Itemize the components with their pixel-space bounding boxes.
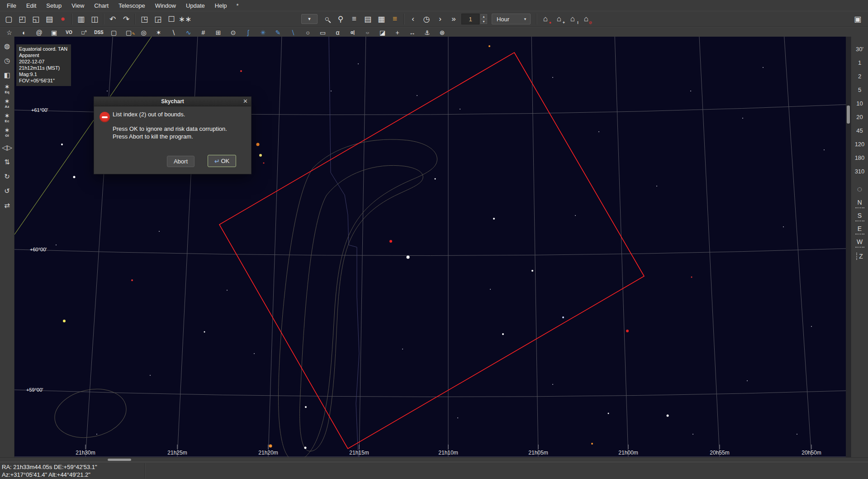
coord-ec-icon[interactable]: ✶Ec xyxy=(1,113,14,124)
position-pin-icon[interactable]: ⚲ xyxy=(334,13,347,25)
time-step-value-input[interactable]: 1 xyxy=(461,14,479,24)
show-planets-icon[interactable]: ⊙ xyxy=(226,28,241,37)
draw-line-icon[interactable]: ∖ xyxy=(285,28,300,37)
spin-down-icon[interactable]: ▼ xyxy=(480,19,487,24)
close-icon[interactable]: ✕ xyxy=(243,98,248,105)
star-brightness-icon[interactable]: ∗∗ xyxy=(178,13,192,25)
menu-chart[interactable]: Chart xyxy=(89,1,114,10)
menu-view[interactable]: View xyxy=(66,1,89,10)
ok-button[interactable]: ↵ OK xyxy=(208,155,236,167)
image-frame-icon[interactable]: ▢ xyxy=(106,28,121,37)
fov-310[interactable]: 310 xyxy=(851,164,868,178)
time-now-icon[interactable]: ◷ xyxy=(420,13,433,25)
time-back-icon[interactable]: ‹ xyxy=(406,13,420,25)
menu-window[interactable]: Window xyxy=(150,1,181,10)
alpha-label-icon[interactable]: α| xyxy=(345,28,360,37)
catalog-icon[interactable]: ▤ xyxy=(361,13,375,25)
eq-grid-icon[interactable]: # xyxy=(196,28,211,37)
fov-ruler-icon[interactable]: ▭ xyxy=(315,28,330,37)
extra-stars-icon[interactable]: ✶ xyxy=(151,28,166,37)
zoom-out-rect-icon[interactable]: ◲ xyxy=(151,13,165,25)
compass-icon[interactable]: ⊛ xyxy=(435,28,450,37)
fov-1[interactable]: 1 xyxy=(851,56,868,69)
spin-up-icon[interactable]: ▲ xyxy=(480,14,487,19)
rotate-right-icon[interactable]: ↻ xyxy=(1,171,14,182)
dss-image-icon[interactable]: DSS xyxy=(91,28,106,37)
cascade-windows-icon[interactable]: ▣ xyxy=(851,13,864,25)
menu-update[interactable]: Update xyxy=(181,1,210,10)
fov-180[interactable]: 180 xyxy=(851,151,868,164)
coord-gl-icon[interactable]: ✶Gl xyxy=(1,127,14,139)
center-mark-icon[interactable]: + xyxy=(390,28,405,37)
const-lines-icon[interactable]: ʃ xyxy=(241,28,256,37)
direction-w[interactable]: W xyxy=(855,236,864,249)
show-nebulae-icon[interactable]: ◐ xyxy=(17,28,32,37)
show-stars-icon[interactable]: ☆ xyxy=(2,28,17,37)
measure-icon[interactable]: ↔ xyxy=(405,28,420,37)
save-chart-icon[interactable]: ◱ xyxy=(29,13,43,25)
show-pictures-icon[interactable]: ▣ xyxy=(47,28,62,37)
search-history-dropdown[interactable]: ▼ xyxy=(301,14,318,24)
coord-eq-icon[interactable]: ✶Eq xyxy=(1,84,14,95)
undo-icon[interactable]: ↶ xyxy=(106,13,119,25)
direction-e[interactable]: E xyxy=(855,223,864,236)
window-list-icon[interactable]: ▥ xyxy=(74,13,88,25)
horizontal-scrollbar-thumb[interactable] xyxy=(108,459,131,461)
labels-icon[interactable]: ✎ xyxy=(270,28,285,37)
object-mark-icon[interactable]: ○ xyxy=(300,28,315,37)
object-outline-icon[interactable]: ◻° xyxy=(76,28,91,37)
new-chart-icon[interactable]: ▢ xyxy=(2,13,15,25)
telescope-connect-icon[interactable]: ⌂● xyxy=(539,13,552,25)
mirror-horizontal-icon[interactable]: ◁▷ xyxy=(1,142,14,153)
help-bulb-icon[interactable]: ● xyxy=(56,13,70,25)
show-comets-icon[interactable]: ∖ xyxy=(166,28,181,37)
fov-20[interactable]: 20 xyxy=(851,110,868,124)
time-step-unit[interactable]: Hour▼ xyxy=(492,14,531,24)
calendar-icon[interactable]: ▦ xyxy=(375,13,388,25)
search-icon[interactable]: ○ xyxy=(320,13,334,25)
anchor-icon[interactable]: ⚓ xyxy=(420,28,435,37)
fov-120[interactable]: 120 xyxy=(851,137,868,151)
panel-config-icon[interactable]: ◧ xyxy=(1,69,14,81)
archive-icon[interactable]: ◎ xyxy=(136,28,151,37)
globe-icon[interactable]: ◍ xyxy=(1,40,14,52)
vertical-scrollbar-thumb[interactable] xyxy=(847,105,850,124)
time-step-value[interactable]: 1▲▼ xyxy=(461,14,487,24)
print-icon[interactable]: ▤ xyxy=(43,13,56,25)
menu-file[interactable]: File xyxy=(2,1,21,10)
dialog-titlebar[interactable]: Skychart ✕ xyxy=(94,97,251,106)
redo-icon[interactable]: ↷ xyxy=(119,13,133,25)
mirror-vertical-icon[interactable]: ⇅ xyxy=(1,156,14,168)
telescope-abort-icon[interactable]: ⌂⊘ xyxy=(579,13,593,25)
direction-s[interactable]: S xyxy=(855,210,864,223)
open-chart-icon[interactable]: ◰ xyxy=(15,13,29,25)
ellipse-icon[interactable]: ○ xyxy=(360,28,375,37)
menu-help[interactable]: Help xyxy=(210,1,232,10)
milky-way-icon[interactable]: ∿ xyxy=(181,28,196,37)
clock-icon[interactable]: ◷ xyxy=(1,55,14,66)
compass-rose-icon[interactable]: ◌ xyxy=(857,182,862,197)
menu-telescope[interactable]: Telescope xyxy=(114,1,150,10)
fov-2[interactable]: 2 xyxy=(851,69,868,83)
time-forward-icon[interactable]: › xyxy=(433,13,447,25)
menu-edit[interactable]: Edit xyxy=(21,1,41,10)
contrast-icon[interactable]: ◪ xyxy=(375,28,390,37)
greek-alpha-icon[interactable]: α xyxy=(330,28,345,37)
const-boundary-icon[interactable]: ✳ xyxy=(256,28,270,37)
fov-10[interactable]: 10 xyxy=(851,96,868,110)
telescope-sync-icon[interactable]: ⌂! xyxy=(566,13,579,25)
telescope-goto-icon[interactable]: ⌂+ xyxy=(552,13,566,25)
time-play-icon[interactable]: » xyxy=(447,13,460,25)
vo-data-icon[interactable]: VO xyxy=(62,28,76,37)
time-lines-icon[interactable]: ≡ xyxy=(388,13,402,25)
split-view-icon[interactable]: ◫ xyxy=(88,13,101,25)
direction-n[interactable]: N xyxy=(855,197,864,210)
fov-30min[interactable]: 30' xyxy=(851,42,868,56)
zenith-button[interactable]: Z xyxy=(856,249,863,263)
select-area-icon[interactable]: ☐ xyxy=(165,13,178,25)
abort-button[interactable]: Abort xyxy=(167,156,194,167)
chart-vertical-scrollbar[interactable] xyxy=(846,37,851,457)
rotate-left-icon[interactable]: ↺ xyxy=(1,185,14,196)
fov-5[interactable]: 5 xyxy=(851,83,868,96)
menu-setup[interactable]: Setup xyxy=(41,1,66,10)
